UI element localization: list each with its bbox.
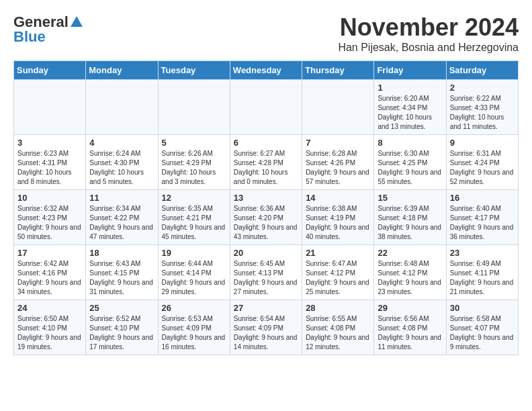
calendar-week-row: 10Sunrise: 6:32 AM Sunset: 4:23 PM Dayli… (14, 190, 519, 245)
calendar-cell: 9Sunrise: 6:31 AM Sunset: 4:24 PM Daylig… (446, 135, 518, 190)
day-info: Sunrise: 6:44 AM Sunset: 4:14 PM Dayligh… (162, 259, 226, 297)
day-number: 15 (378, 193, 442, 203)
day-number: 4 (89, 138, 154, 148)
day-info: Sunrise: 6:58 AM Sunset: 4:07 PM Dayligh… (450, 314, 515, 352)
calendar-cell: 19Sunrise: 6:44 AM Sunset: 4:14 PM Dayli… (158, 245, 230, 300)
day-info: Sunrise: 6:50 AM Sunset: 4:10 PM Dayligh… (17, 314, 82, 352)
day-number: 2 (450, 83, 515, 93)
day-number: 29 (378, 303, 442, 313)
calendar-week-row: 1Sunrise: 6:20 AM Sunset: 4:34 PM Daylig… (14, 80, 519, 135)
day-number: 5 (162, 138, 226, 148)
day-info: Sunrise: 6:42 AM Sunset: 4:16 PM Dayligh… (17, 259, 82, 297)
day-info: Sunrise: 6:27 AM Sunset: 4:28 PM Dayligh… (234, 149, 298, 187)
day-number: 7 (306, 138, 370, 148)
calendar-cell: 20Sunrise: 6:45 AM Sunset: 4:13 PM Dayli… (230, 245, 302, 300)
calendar-cell: 13Sunrise: 6:36 AM Sunset: 4:20 PM Dayli… (230, 190, 302, 245)
month-title: November 2024 (338, 13, 519, 42)
day-number: 12 (162, 193, 226, 203)
calendar-cell: 27Sunrise: 6:54 AM Sunset: 4:09 PM Dayli… (230, 300, 302, 355)
day-of-week-header: Wednesday (230, 61, 302, 80)
day-of-week-header: Monday (86, 61, 158, 80)
day-number: 1 (378, 83, 442, 93)
calendar-cell: 26Sunrise: 6:53 AM Sunset: 4:09 PM Dayli… (158, 300, 230, 355)
day-number: 8 (378, 138, 442, 148)
calendar-cell: 30Sunrise: 6:58 AM Sunset: 4:07 PM Dayli… (446, 300, 518, 355)
calendar-week-row: 24Sunrise: 6:50 AM Sunset: 4:10 PM Dayli… (14, 300, 519, 355)
day-number: 28 (306, 303, 370, 313)
calendar-cell: 3Sunrise: 6:23 AM Sunset: 4:31 PM Daylig… (14, 135, 86, 190)
day-info: Sunrise: 6:26 AM Sunset: 4:29 PM Dayligh… (162, 149, 226, 187)
day-number: 24 (17, 303, 82, 313)
page-header: General Blue November 2024 Han Pijesak, … (13, 13, 519, 54)
day-info: Sunrise: 6:53 AM Sunset: 4:09 PM Dayligh… (162, 314, 226, 352)
day-info: Sunrise: 6:39 AM Sunset: 4:18 PM Dayligh… (378, 204, 442, 242)
day-info: Sunrise: 6:38 AM Sunset: 4:19 PM Dayligh… (306, 204, 370, 242)
calendar-cell: 4Sunrise: 6:24 AM Sunset: 4:30 PM Daylig… (86, 135, 158, 190)
calendar-cell: 6Sunrise: 6:27 AM Sunset: 4:28 PM Daylig… (230, 135, 302, 190)
logo: General Blue (13, 13, 85, 46)
day-info: Sunrise: 6:45 AM Sunset: 4:13 PM Dayligh… (234, 259, 298, 297)
logo-blue: Blue (13, 28, 46, 46)
calendar-body: 1Sunrise: 6:20 AM Sunset: 4:34 PM Daylig… (14, 80, 519, 355)
day-number: 22 (378, 248, 442, 258)
day-info: Sunrise: 6:34 AM Sunset: 4:22 PM Dayligh… (89, 204, 154, 242)
svg-marker-0 (71, 16, 83, 27)
location-subtitle: Han Pijesak, Bosnia and Herzegovina (338, 42, 519, 54)
calendar-cell: 2Sunrise: 6:22 AM Sunset: 4:33 PM Daylig… (446, 80, 518, 135)
day-number: 6 (234, 138, 298, 148)
day-of-week-header: Saturday (446, 61, 518, 80)
calendar-week-row: 3Sunrise: 6:23 AM Sunset: 4:31 PM Daylig… (14, 135, 519, 190)
calendar-cell: 1Sunrise: 6:20 AM Sunset: 4:34 PM Daylig… (374, 80, 446, 135)
calendar-table: SundayMondayTuesdayWednesdayThursdayFrid… (13, 60, 519, 355)
day-info: Sunrise: 6:28 AM Sunset: 4:26 PM Dayligh… (306, 149, 370, 187)
day-of-week-header: Sunday (14, 61, 86, 80)
day-info: Sunrise: 6:47 AM Sunset: 4:12 PM Dayligh… (306, 259, 370, 297)
day-number: 25 (89, 303, 154, 313)
day-info: Sunrise: 6:49 AM Sunset: 4:11 PM Dayligh… (450, 259, 515, 297)
day-number: 10 (17, 193, 82, 203)
calendar-cell: 14Sunrise: 6:38 AM Sunset: 4:19 PM Dayli… (302, 190, 374, 245)
calendar-cell: 10Sunrise: 6:32 AM Sunset: 4:23 PM Dayli… (14, 190, 86, 245)
day-number: 21 (306, 248, 370, 258)
day-number: 20 (234, 248, 298, 258)
calendar-cell: 22Sunrise: 6:48 AM Sunset: 4:12 PM Dayli… (374, 245, 446, 300)
logo-icon (69, 15, 84, 30)
calendar-cell: 18Sunrise: 6:43 AM Sunset: 4:15 PM Dayli… (86, 245, 158, 300)
day-info: Sunrise: 6:55 AM Sunset: 4:08 PM Dayligh… (306, 314, 370, 352)
day-info: Sunrise: 6:22 AM Sunset: 4:33 PM Dayligh… (450, 94, 515, 132)
calendar-cell: 12Sunrise: 6:35 AM Sunset: 4:21 PM Dayli… (158, 190, 230, 245)
day-number: 17 (17, 248, 82, 258)
calendar-cell: 11Sunrise: 6:34 AM Sunset: 4:22 PM Dayli… (86, 190, 158, 245)
day-info: Sunrise: 6:30 AM Sunset: 4:25 PM Dayligh… (378, 149, 442, 187)
day-number: 18 (89, 248, 154, 258)
calendar-header-row: SundayMondayTuesdayWednesdayThursdayFrid… (14, 61, 519, 80)
calendar-cell: 23Sunrise: 6:49 AM Sunset: 4:11 PM Dayli… (446, 245, 518, 300)
day-info: Sunrise: 6:43 AM Sunset: 4:15 PM Dayligh… (89, 259, 154, 297)
title-block: November 2024 Han Pijesak, Bosnia and He… (338, 13, 519, 54)
calendar-cell: 7Sunrise: 6:28 AM Sunset: 4:26 PM Daylig… (302, 135, 374, 190)
day-number: 26 (162, 303, 226, 313)
calendar-cell: 21Sunrise: 6:47 AM Sunset: 4:12 PM Dayli… (302, 245, 374, 300)
calendar-cell: 29Sunrise: 6:56 AM Sunset: 4:08 PM Dayli… (374, 300, 446, 355)
day-number: 30 (450, 303, 515, 313)
calendar-cell (14, 80, 86, 135)
day-info: Sunrise: 6:20 AM Sunset: 4:34 PM Dayligh… (378, 94, 442, 132)
day-number: 11 (89, 193, 154, 203)
day-info: Sunrise: 6:52 AM Sunset: 4:10 PM Dayligh… (89, 314, 154, 352)
calendar-cell (86, 80, 158, 135)
day-number: 13 (234, 193, 298, 203)
day-number: 23 (450, 248, 515, 258)
calendar-cell: 8Sunrise: 6:30 AM Sunset: 4:25 PM Daylig… (374, 135, 446, 190)
day-number: 3 (17, 138, 82, 148)
day-of-week-header: Friday (374, 61, 446, 80)
calendar-cell: 25Sunrise: 6:52 AM Sunset: 4:10 PM Dayli… (86, 300, 158, 355)
day-number: 19 (162, 248, 226, 258)
day-info: Sunrise: 6:32 AM Sunset: 4:23 PM Dayligh… (17, 204, 82, 242)
calendar-cell: 17Sunrise: 6:42 AM Sunset: 4:16 PM Dayli… (14, 245, 86, 300)
day-info: Sunrise: 6:31 AM Sunset: 4:24 PM Dayligh… (450, 149, 515, 187)
day-number: 9 (450, 138, 515, 148)
day-number: 16 (450, 193, 515, 203)
day-info: Sunrise: 6:56 AM Sunset: 4:08 PM Dayligh… (378, 314, 442, 352)
calendar-cell: 28Sunrise: 6:55 AM Sunset: 4:08 PM Dayli… (302, 300, 374, 355)
day-info: Sunrise: 6:40 AM Sunset: 4:17 PM Dayligh… (450, 204, 515, 242)
